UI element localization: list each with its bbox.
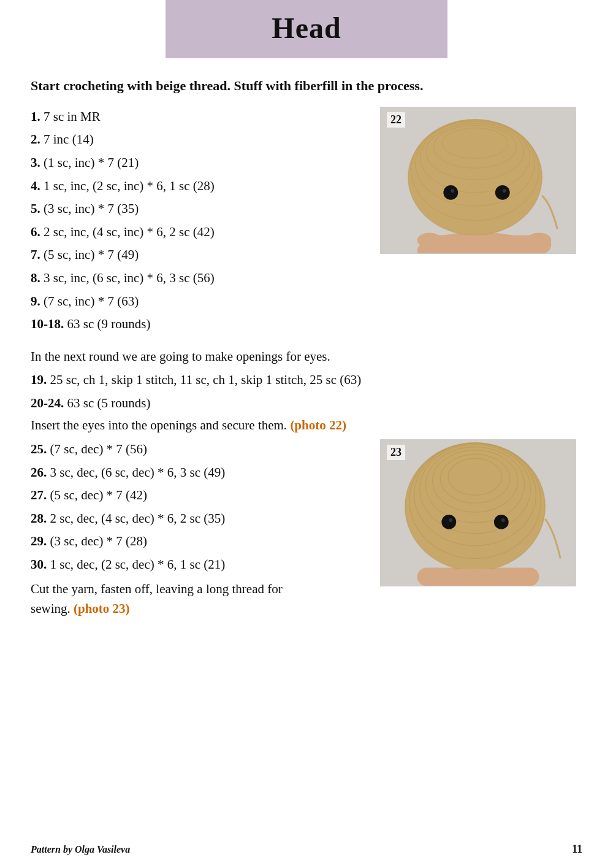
row-6: 6. 2 sc, inc, (4 sc, inc) * 6, 2 sc (42) <box>31 222 368 243</box>
intro-text: Start crocheting with beige thread. Stuf… <box>31 77 570 96</box>
footer-page: 11 <box>572 843 582 856</box>
page: Head Start crocheting with beige thread.… <box>0 0 613 868</box>
row-19-text: 25 sc, ch 1, skip 1 stitch, 11 sc, ch 1,… <box>50 372 362 387</box>
row-19-num: 19. <box>31 372 47 387</box>
row-10-18-num: 10-18. <box>31 317 64 331</box>
row-26-num: 26. <box>31 465 47 480</box>
row-8: 8. 3 sc, inc, (6 sc, inc) * 6, 3 sc (56) <box>31 268 368 289</box>
row-2: 2. 7 inc (14) <box>31 129 368 150</box>
row-4-text: 1 sc, inc, (2 sc, inc) * 6, 1 sc (28) <box>44 179 215 193</box>
svg-point-10 <box>443 185 458 200</box>
svg-point-16 <box>527 232 552 247</box>
svg-point-12 <box>495 185 510 200</box>
row-9: 9. (7 sc, inc) * 7 (63) <box>31 291 368 312</box>
note1: In the next round we are going to make o… <box>31 347 582 367</box>
svg-point-28 <box>441 515 456 529</box>
row-20-24-num: 20-24. <box>31 396 64 410</box>
row-2-num: 2. <box>31 132 40 147</box>
row-26: 26. 3 sc, dec, (6 sc, dec) * 6, 3 sc (49… <box>31 463 368 483</box>
row-1-num: 1. <box>31 109 40 124</box>
row-26-text: 3 sc, dec, (6 sc, dec) * 6, 3 sc (49) <box>50 465 226 480</box>
footer-author: Pattern by Olga Vasileva <box>31 844 130 855</box>
row-27-text: (5 sc, dec) * 7 (42) <box>50 488 148 502</box>
rows-lower-left: 25. (7 sc, dec) * 7 (56) 26. 3 sc, dec, … <box>31 439 368 623</box>
svg-point-31 <box>501 518 505 522</box>
row-7-num: 7. <box>31 247 40 262</box>
row-3: 3. (1 sc, inc) * 7 (21) <box>31 153 368 174</box>
row-28-num: 28. <box>31 511 47 526</box>
insert-eyes-photo: (photo 22) <box>290 418 346 432</box>
row-30-num: 30. <box>31 557 47 572</box>
row-5-text: (3 sc, inc) * 7 (35) <box>44 201 139 216</box>
row-7: 7. (5 sc, inc) * 7 (49) <box>31 245 368 266</box>
instructions-top: 1. 7 sc in MR 2. 7 inc (14) 3. (1 sc, in… <box>31 107 582 337</box>
photo-23: 23 <box>380 439 576 586</box>
row-6-text: 2 sc, inc, (4 sc, inc) * 6, 2 sc (42) <box>44 225 215 239</box>
row-7-text: (5 sc, inc) * 7 (49) <box>44 247 139 262</box>
photo-22-svg <box>381 107 576 254</box>
row-27-num: 27. <box>31 488 47 502</box>
page-title: Head <box>190 11 423 45</box>
row-6-num: 6. <box>31 225 40 239</box>
row-20-24: 20-24. 63 sc (5 rounds) <box>31 393 582 414</box>
photo-22: 22 <box>380 107 576 254</box>
row-5-num: 5. <box>31 201 40 216</box>
lower-section: 25. (7 sc, dec) * 7 (56) 26. 3 sc, dec, … <box>31 439 582 623</box>
row-25: 25. (7 sc, dec) * 7 (56) <box>31 439 368 460</box>
photo-22-col: 22 <box>380 107 582 254</box>
row-3-num: 3. <box>31 155 40 170</box>
svg-point-15 <box>417 232 442 247</box>
row-4-num: 4. <box>31 179 40 193</box>
svg-point-11 <box>451 189 454 193</box>
row-25-num: 25. <box>31 442 47 456</box>
photo-22-label: 22 <box>387 112 405 128</box>
photo-23-svg <box>381 439 576 586</box>
row-30: 30. 1 sc, dec, (2 sc, dec) * 6, 1 sc (21… <box>31 555 368 575</box>
row-28-text: 2 sc, dec, (4 sc, dec) * 6, 2 sc (35) <box>50 511 226 526</box>
row-1-text: 7 sc in MR <box>44 109 101 124</box>
row-10-18: 10-18. 63 sc (9 rounds) <box>31 314 368 335</box>
rows-left-col: 1. 7 sc in MR 2. 7 inc (14) 3. (1 sc, in… <box>31 107 368 337</box>
row-20-24-text: 63 sc (5 rounds) <box>67 396 151 410</box>
insert-eyes-text: Insert the eyes into the openings and se… <box>31 416 582 436</box>
row-2-text: 7 inc (14) <box>44 132 94 147</box>
row-4: 4. 1 sc, inc, (2 sc, inc) * 6, 1 sc (28) <box>31 176 368 197</box>
row-29: 29. (3 sc, dec) * 7 (28) <box>31 531 368 552</box>
row-9-text: (7 sc, inc) * 7 (63) <box>44 294 139 309</box>
row-8-num: 8. <box>31 271 40 285</box>
row-25-text: (7 sc, dec) * 7 (56) <box>50 442 148 456</box>
row-8-text: 3 sc, inc, (6 sc, inc) * 6, 3 sc (56) <box>44 271 215 285</box>
photo-23-col: 23 <box>380 439 582 586</box>
row-27: 27. (5 sc, dec) * 7 (42) <box>31 485 368 506</box>
row-30-text: 1 sc, dec, (2 sc, dec) * 6, 1 sc (21) <box>50 557 226 572</box>
row-19: 19. 25 sc, ch 1, skip 1 stitch, 11 sc, c… <box>31 370 582 391</box>
footer: Pattern by Olga Vasileva 11 <box>31 843 582 856</box>
row-9-num: 9. <box>31 294 40 309</box>
svg-point-13 <box>503 189 506 193</box>
row-1: 1. 7 sc in MR <box>31 107 368 128</box>
cut-yarn-photo: (photo 23) <box>74 601 130 616</box>
row-5: 5. (3 sc, inc) * 7 (35) <box>31 199 368 220</box>
row-3-text: (1 sc, inc) * 7 (21) <box>44 155 139 170</box>
row-29-text: (3 sc, dec) * 7 (28) <box>50 534 148 548</box>
photo-23-label: 23 <box>387 445 405 460</box>
row-28: 28. 2 sc, dec, (4 sc, dec) * 6, 2 sc (35… <box>31 509 368 529</box>
middle-section: In the next round we are going to make o… <box>31 347 582 436</box>
svg-point-30 <box>494 515 509 529</box>
row-29-num: 29. <box>31 534 47 548</box>
svg-point-29 <box>449 518 452 522</box>
title-banner: Head <box>166 0 447 58</box>
row-10-18-text: 63 sc (9 rounds) <box>67 317 151 331</box>
cut-yarn-text: Cut the yarn, fasten off, leaving a long… <box>31 580 306 618</box>
